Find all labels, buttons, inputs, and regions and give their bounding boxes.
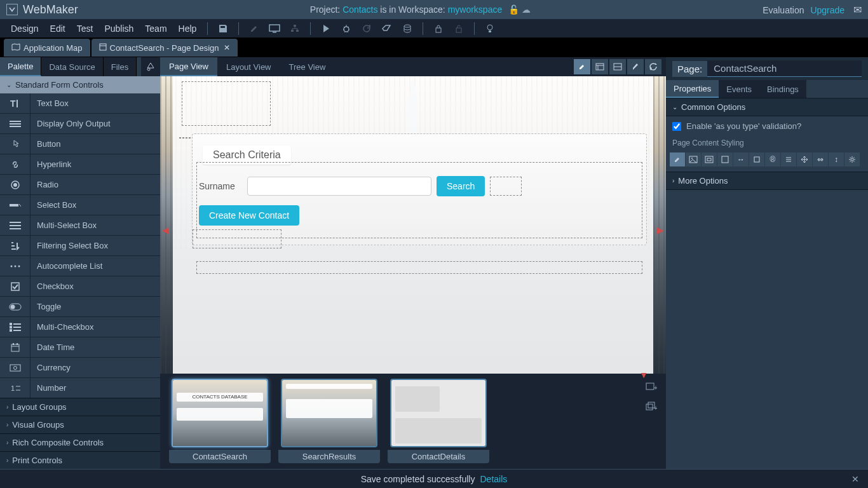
style-align-icon[interactable] [781, 152, 796, 166]
status-close-icon[interactable]: ✕ [851, 474, 859, 484]
section-layout-groups[interactable]: ›Layout Groups [0, 398, 160, 416]
debug-icon[interactable] [340, 22, 353, 35]
section-rich-controls[interactable]: ›Rich Composite Controls [0, 433, 160, 451]
palette-item-radio[interactable]: Radio [0, 175, 160, 195]
style-image-icon[interactable] [686, 152, 701, 166]
tab-palette[interactable]: Palette [0, 57, 41, 76]
status-details-link[interactable]: Details [480, 474, 507, 484]
style-box-icon[interactable] [749, 152, 764, 166]
style-padding-icon[interactable] [702, 152, 717, 166]
palette-item-currency[interactable]: Currency [0, 358, 160, 378]
refresh-icon[interactable] [645, 59, 661, 74]
palette-item-autocomplete[interactable]: Autocomplete List [0, 256, 160, 276]
add-page-icon[interactable]: + [646, 383, 657, 394]
palette-item-multiselect[interactable]: Multi-Select Box [0, 215, 160, 236]
collapse-down-icon[interactable]: ▼ [639, 370, 648, 380]
separator [238, 22, 239, 35]
preview-icon[interactable] [268, 22, 281, 35]
style-move-icon[interactable] [797, 152, 812, 166]
mail-icon[interactable]: ✉ [853, 4, 862, 15]
palette-item-filterselect[interactable]: Filtering Select Box [0, 236, 160, 256]
lock-open-icon [452, 22, 465, 35]
search-criteria-group[interactable]: Search Criteria Surname Search Create Ne… [192, 133, 647, 245]
erase-icon[interactable] [381, 22, 393, 35]
tab-layout-view[interactable]: Layout View [217, 57, 280, 76]
radio-icon [0, 175, 31, 194]
evaluation-label: Evaluation [763, 5, 804, 15]
palette-item-toggle[interactable]: Toggle [0, 297, 160, 317]
palette-item-checkbox[interactable]: Checkbox [0, 276, 160, 297]
thumb-contactdetails[interactable]: ContactDetails [388, 379, 489, 463]
collapse-right-icon[interactable]: ▶ [657, 225, 664, 235]
svg-point-13 [147, 68, 150, 71]
tab-bindings[interactable]: Bindings [759, 80, 806, 98]
list-icon [0, 317, 31, 337]
tab-tree-view[interactable]: Tree View [280, 57, 335, 76]
split-mode-icon[interactable] [609, 59, 626, 74]
menu-design[interactable]: Design [5, 24, 44, 34]
play-icon[interactable] [320, 22, 332, 35]
form-mode-icon[interactable] [592, 59, 608, 74]
style-harrows-icon[interactable]: ⇔ [813, 152, 828, 166]
menu-help[interactable]: Help [173, 24, 203, 34]
style-registered-icon[interactable]: ® [765, 152, 780, 166]
style-height-icon[interactable]: ↕ [829, 152, 844, 166]
tab-page-view[interactable]: Page View [160, 57, 217, 76]
lock-closed-icon[interactable] [432, 22, 445, 35]
style-border-icon[interactable] [717, 152, 733, 166]
placeholder-row[interactable] [196, 261, 642, 274]
palette-item-textbox[interactable]: TText Box [0, 93, 160, 114]
placeholder-region[interactable] [182, 81, 271, 126]
validation-checkbox[interactable] [672, 122, 681, 131]
tab-events[interactable]: Events [719, 80, 759, 98]
tab-properties[interactable]: Properties [666, 80, 719, 98]
section-print-controls[interactable]: ›Print Controls [0, 451, 160, 469]
separator [474, 22, 475, 35]
palette-list: TText Box Display Only Output Button Hyp… [0, 93, 160, 398]
svg-point-20 [13, 183, 17, 187]
search-palette-icon[interactable] [141, 57, 160, 76]
close-icon[interactable]: ✕ [224, 43, 230, 52]
palette-item-hyperlink[interactable]: Hyperlink [0, 154, 160, 175]
collapse-left-icon[interactable]: ◀ [162, 225, 169, 235]
tab-application-map[interactable]: Application Map [4, 39, 90, 57]
palette-item-button[interactable]: Button [0, 134, 160, 154]
thumb-searchresults[interactable]: SearchResults [278, 379, 380, 463]
edit-mode-icon[interactable] [574, 59, 590, 74]
menu-team[interactable]: Team [139, 24, 172, 34]
palette-item-datetime[interactable]: Date Time [0, 337, 160, 358]
palette-item-select[interactable]: Select Box [0, 195, 160, 215]
style-gear-icon[interactable] [844, 152, 860, 166]
unlock-icon[interactable]: 🔓 [508, 4, 519, 15]
style-width-icon[interactable]: ↔ [733, 152, 749, 166]
project-name-link[interactable]: Contacts [342, 4, 377, 15]
menu-test[interactable]: Test [71, 24, 99, 34]
brush-icon[interactable] [627, 59, 644, 74]
page-name-field[interactable]: ContactSearch [707, 60, 862, 77]
menu-edit[interactable]: Edit [44, 24, 71, 34]
tab-datasource[interactable]: Data Source [41, 57, 103, 76]
database-icon[interactable] [401, 22, 414, 35]
section-visual-groups[interactable]: ›Visual Groups [0, 416, 160, 433]
palette-item-multicheck[interactable]: Multi-Checkbox [0, 317, 160, 337]
cloud-icon[interactable]: ☁ [522, 4, 531, 15]
placeholder-region[interactable] [193, 229, 281, 248]
menu-publish[interactable]: Publish [98, 24, 139, 34]
tab-page-design[interactable]: ContactSearch - Page Design ✕ [92, 39, 238, 57]
item-label: Radio [31, 180, 58, 189]
style-pencil-icon[interactable] [670, 152, 685, 166]
page-surface[interactable]: Search Criteria Surname Search Create Ne… [173, 76, 653, 374]
section-more-options[interactable]: › More Options [666, 172, 868, 190]
workspace-name-link[interactable]: myworkspace [448, 4, 503, 15]
section-common-options[interactable]: ⌄ Common Options [666, 98, 868, 116]
palette-section-standard[interactable]: ⌄ Standard Form Controls [0, 76, 160, 93]
thumb-contactsearch[interactable]: CONTACTS DATABASE ContactSearch [169, 379, 271, 463]
duplicate-page-icon[interactable]: + [646, 402, 657, 414]
palette-item-number[interactable]: 1Number [0, 378, 160, 398]
save-icon[interactable] [217, 22, 229, 35]
tab-files[interactable]: Files [104, 57, 137, 76]
lightbulb-icon[interactable] [484, 22, 496, 35]
upgrade-link[interactable]: Upgrade [810, 5, 844, 15]
palette-item-display[interactable]: Display Only Output [0, 114, 160, 134]
design-canvas[interactable]: Search Criteria Surname Search Create Ne… [160, 76, 666, 374]
